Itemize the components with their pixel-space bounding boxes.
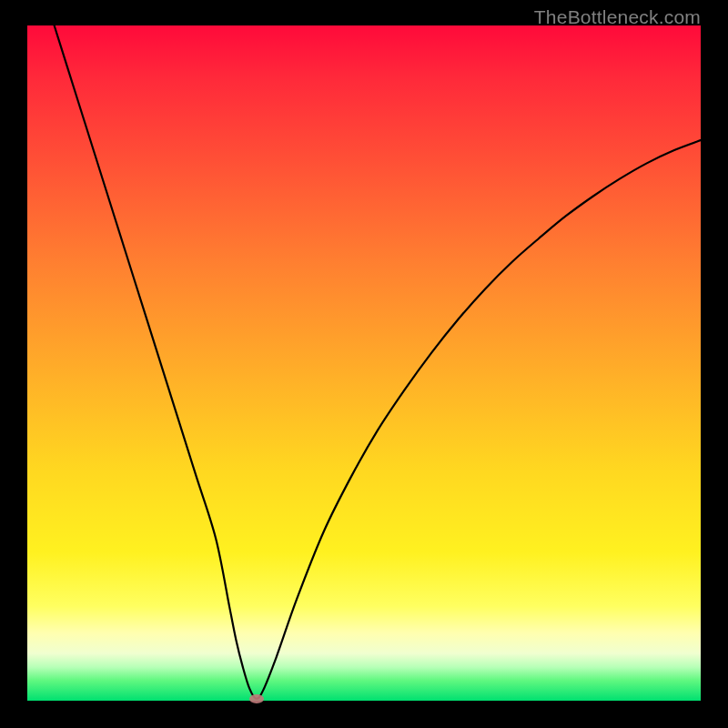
plot-area — [27, 25, 701, 701]
curve-minimum-marker — [249, 694, 264, 703]
chart-frame: TheBottleneck.com — [0, 0, 728, 728]
bottleneck-curve — [27, 25, 701, 701]
